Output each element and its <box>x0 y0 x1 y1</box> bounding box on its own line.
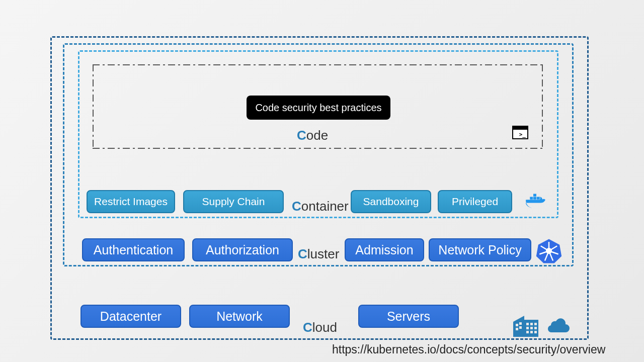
cluster-item-network-policy: Network Policy <box>429 238 531 261</box>
svg-rect-6 <box>537 197 540 200</box>
svg-rect-20 <box>530 323 533 325</box>
svg-rect-28 <box>516 324 518 326</box>
container-item-privileged: Privileged <box>438 190 512 213</box>
svg-rect-26 <box>530 331 533 333</box>
svg-rect-29 <box>519 322 522 325</box>
container-layer-label: Container <box>292 199 349 214</box>
svg-rect-30 <box>516 328 518 330</box>
building-icon <box>513 315 538 337</box>
terminal-icon <box>512 126 528 139</box>
code-layer-label: Code <box>297 128 328 143</box>
svg-rect-24 <box>534 327 537 329</box>
container-item-supply-chain: Supply Chain <box>183 190 284 213</box>
container-item-restrict-images: Restrict Images <box>87 190 175 213</box>
svg-rect-19 <box>526 323 529 325</box>
kubernetes-icon <box>536 238 562 264</box>
cloud-icon <box>547 317 571 333</box>
docker-icon <box>524 192 548 212</box>
svg-rect-27 <box>534 331 537 333</box>
cloud-item-servers: Servers <box>358 305 459 328</box>
cluster-item-authorization: Authorization <box>192 238 293 261</box>
svg-rect-23 <box>530 327 533 329</box>
cloud-item-network: Network <box>189 305 290 328</box>
cloud-item-datacenter: Datacenter <box>80 305 181 328</box>
cluster-item-admission: Admission <box>345 238 424 261</box>
code-best-practices-pill: Code security best practices <box>247 96 390 120</box>
container-item-sandboxing: Sandboxing <box>351 190 431 213</box>
svg-rect-4 <box>530 197 533 200</box>
svg-rect-7 <box>533 194 536 197</box>
svg-rect-5 <box>533 197 536 200</box>
cluster-layer-label: Cluster <box>298 246 339 262</box>
source-url: https://kubernetes.io/docs/concepts/secu… <box>332 343 605 356</box>
svg-rect-21 <box>534 323 537 325</box>
svg-rect-22 <box>526 327 529 329</box>
cluster-item-authentication: Authentication <box>82 238 185 261</box>
svg-rect-25 <box>526 331 529 333</box>
cloud-layer-label: Cloud <box>303 320 337 335</box>
svg-marker-17 <box>513 316 524 337</box>
svg-rect-31 <box>519 326 522 329</box>
